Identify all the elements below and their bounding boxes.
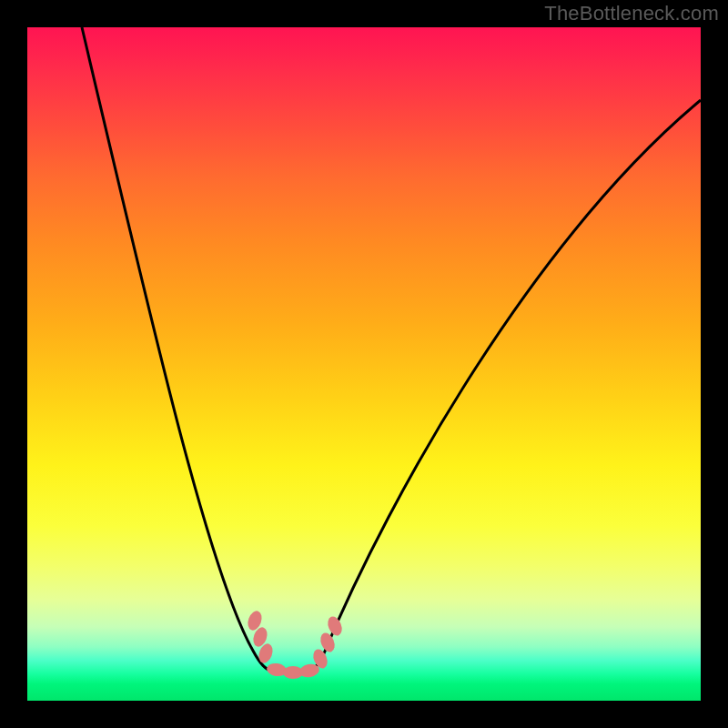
chart-svg [27, 27, 701, 701]
plot-area [27, 27, 701, 701]
watermark-text: TheBottleneck.com [544, 2, 719, 25]
chart-frame: TheBottleneck.com [0, 0, 728, 728]
bottleneck-curve [82, 27, 701, 672]
marker-layer [246, 609, 345, 679]
curve-layer [82, 27, 701, 672]
